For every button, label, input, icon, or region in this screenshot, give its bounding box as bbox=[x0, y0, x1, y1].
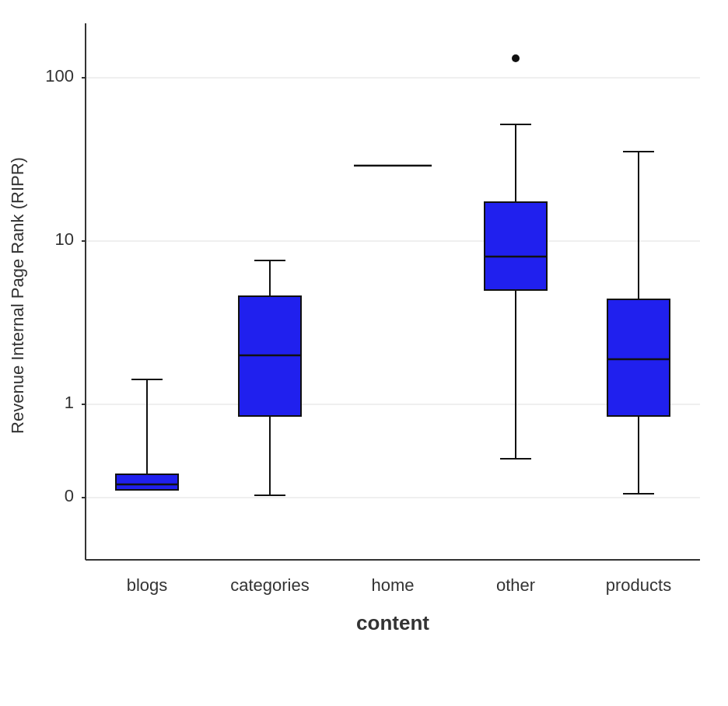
svg-rect-30 bbox=[607, 299, 670, 416]
x-axis-label: content bbox=[356, 611, 429, 634]
y-tick-100: 100 bbox=[45, 66, 74, 86]
y-tick-0: 0 bbox=[65, 486, 74, 505]
outlier-other bbox=[512, 54, 520, 62]
x-label-other: other bbox=[496, 575, 535, 595]
svg-rect-14 bbox=[116, 474, 178, 490]
y-tick-1: 1 bbox=[65, 393, 74, 412]
chart-container: 100 10 1 0 Revenue Internal Page Rank (R… bbox=[0, 0, 728, 706]
y-tick-10: 10 bbox=[55, 229, 74, 249]
svg-rect-25 bbox=[485, 202, 547, 290]
x-label-categories: categories bbox=[230, 575, 310, 595]
x-label-home: home bbox=[371, 575, 414, 595]
x-label-blogs: blogs bbox=[127, 575, 168, 595]
y-axis-label: Revenue Internal Page Rank (RIPR) bbox=[8, 157, 27, 434]
x-label-products: products bbox=[606, 575, 671, 595]
